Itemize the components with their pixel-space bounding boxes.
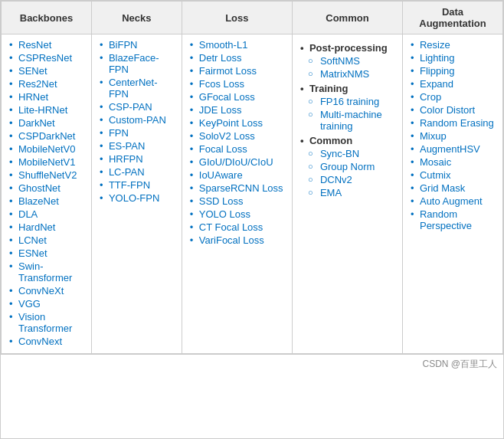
header-loss: Loss <box>182 2 292 34</box>
backbones-list: ResNetCSPResNetSENetRes2NetHRNetLite-HRN… <box>8 39 85 347</box>
list-item: ES-PAN <box>98 140 175 152</box>
list-item: Lite-HRNet <box>8 104 85 116</box>
list-item: Sync-BN <box>308 148 396 159</box>
list-item: CSPResNet <box>8 52 85 64</box>
list-item: DCNv2 <box>308 174 396 185</box>
list-item: SparseRCNN Loss <box>188 182 286 194</box>
list-item: Crop <box>409 91 496 103</box>
list-item: GFocal Loss <box>188 91 286 103</box>
backbones-cell: ResNetCSPResNetSENetRes2NetHRNetLite-HRN… <box>2 34 92 354</box>
main-container: Backbones Necks Loss Common Data Augment… <box>0 0 504 439</box>
list-item: EMA <box>308 187 396 198</box>
list-item: Lighting <box>409 52 496 64</box>
augmentation-list: ResizeLightingFlippingExpandCropColor Di… <box>409 39 496 231</box>
necks-cell: BiFPNBlazeFace-FPNCenterNet-FPNCSP-PANCu… <box>91 34 182 354</box>
list-item: ShuffleNetV2 <box>8 169 85 181</box>
list-item: Smooth-L1 <box>188 39 286 51</box>
augmentation-cell: ResizeLightingFlippingExpandCropColor Di… <box>402 34 502 354</box>
list-item: SENet <box>8 65 85 77</box>
footer-text: CSDN @百里工人 <box>422 359 497 369</box>
list-item: Detr Loss <box>188 52 286 64</box>
list-item: GhostNet <box>8 182 85 194</box>
list-item: HardNet <box>8 221 85 233</box>
list-item: LCNet <box>8 234 85 246</box>
list-item: CenterNet-FPN <box>98 77 175 100</box>
list-item: Color Distort <box>409 104 496 116</box>
list-item: ConvNeXt <box>8 285 85 296</box>
list-item: HRFPN <box>98 153 175 165</box>
list-item: Focal Loss <box>188 143 286 155</box>
header-necks: Necks <box>91 2 182 34</box>
list-item: CSP-PAN <box>98 101 175 113</box>
list-item: ResNet <box>8 39 85 51</box>
circle-list: FP16 trainingMulti-machine training <box>308 96 396 132</box>
list-item: Multi-machine training <box>308 109 396 132</box>
list-item: Cutmix <box>409 169 496 181</box>
list-item: JDE Loss <box>188 104 286 116</box>
list-item: CT Focal Loss <box>188 221 286 233</box>
list-item: YOLO-FPN <box>98 192 175 204</box>
list-item: Res2Net <box>8 78 85 90</box>
loss-list: Smooth-L1Detr LossFairmot LossFcos LossG… <box>188 39 286 246</box>
list-item: IoUAware <box>188 169 286 181</box>
section-label: Common <box>299 135 396 146</box>
list-item: Expand <box>409 78 496 90</box>
comparison-table: Backbones Necks Loss Common Data Augment… <box>1 1 503 354</box>
list-item: FPN <box>98 127 175 139</box>
list-item: Group Norm <box>308 161 396 172</box>
list-item: DLA <box>8 208 85 220</box>
list-item: SSD Loss <box>188 195 286 207</box>
header-backbones: Backbones <box>2 2 92 34</box>
necks-list: BiFPNBlazeFace-FPNCenterNet-FPNCSP-PANCu… <box>98 39 175 204</box>
list-item: MobileNetV0 <box>8 143 85 155</box>
list-item: DarkNet <box>8 117 85 129</box>
list-item: SoloV2 Loss <box>188 130 286 142</box>
loss-cell: Smooth-L1Detr LossFairmot LossFcos LossG… <box>182 34 292 354</box>
list-item: CSPDarkNet <box>8 130 85 142</box>
section-label: Training <box>299 83 396 94</box>
list-item: BlazeNet <box>8 195 85 207</box>
list-item: Flipping <box>409 65 496 77</box>
footer-bar: CSDN @百里工人 <box>1 354 503 374</box>
list-item: BiFPN <box>98 39 175 51</box>
section-label: Post-processing <box>299 42 396 54</box>
list-item: Fairmot Loss <box>188 65 286 77</box>
list-item: MatrixNMS <box>308 68 396 80</box>
list-item: YOLO Loss <box>188 208 286 220</box>
list-item: Grid Mask <box>409 182 496 194</box>
list-item: AugmentHSV <box>409 143 496 155</box>
list-item: Random Perspective <box>409 208 496 231</box>
circle-list: Sync-BNGroup NormDCNv2EMA <box>308 148 396 198</box>
header-common: Common <box>292 2 402 34</box>
list-item: Mixup <box>409 130 496 142</box>
list-item: FP16 training <box>308 96 396 107</box>
list-item: Custom-PAN <box>98 114 175 126</box>
list-item: TTF-FPN <box>98 179 175 191</box>
list-item: Swin-Transformer <box>8 260 85 283</box>
list-item: ESNet <box>8 247 85 259</box>
list-item: BlazeFace-FPN <box>98 52 175 75</box>
list-item: VGG <box>8 298 85 310</box>
list-item: GIoU/DIoU/CIoU <box>188 156 286 168</box>
common-cell: Post-processingSoftNMSMatrixNMSTrainingF… <box>292 34 402 354</box>
list-item: MobileNetV1 <box>8 156 85 168</box>
list-item: LC-PAN <box>98 166 175 178</box>
list-item: ConvNext <box>8 336 85 347</box>
circle-list: SoftNMSMatrixNMS <box>308 55 396 80</box>
list-item: Auto Augment <box>409 195 496 207</box>
header-augmentation: Data Augmentation <box>402 2 502 34</box>
list-item: KeyPoint Loss <box>188 117 286 129</box>
list-item: SoftNMS <box>308 55 396 67</box>
list-item: Resize <box>409 39 496 51</box>
list-item: Fcos Loss <box>188 78 286 90</box>
list-item: Random Erasing <box>409 117 496 129</box>
list-item: VariFocal Loss <box>188 234 286 246</box>
list-item: Vision Transformer <box>8 311 85 334</box>
list-item: Mosaic <box>409 156 496 168</box>
list-item: HRNet <box>8 91 85 103</box>
